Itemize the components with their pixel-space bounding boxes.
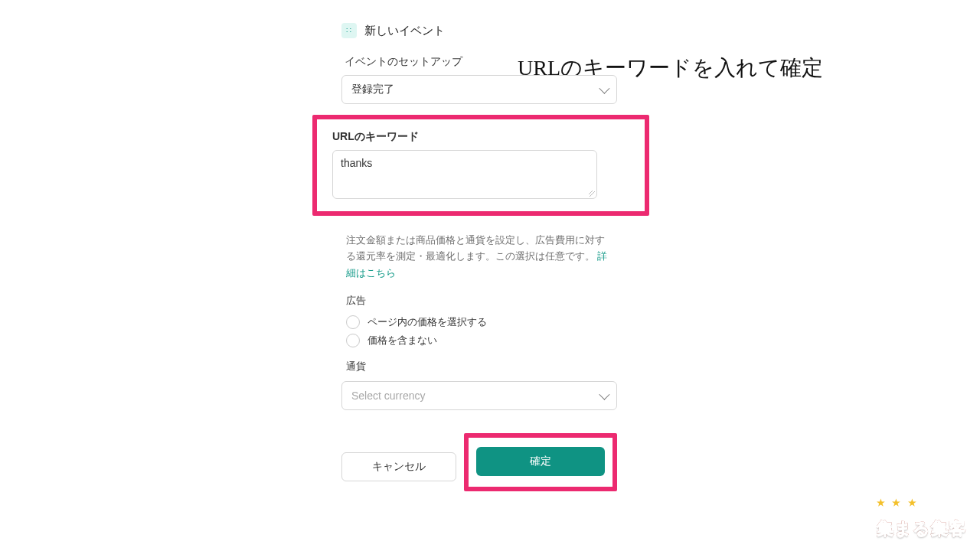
radio-label: ページ内の価格を選択する	[368, 315, 487, 329]
confirm-button[interactable]: 確定	[476, 447, 605, 476]
chevron-down-icon	[599, 83, 609, 94]
pricing-hint: 注文金額または商品価格と通貨を設定し、広告費用に対する還元率を測定・最適化します…	[346, 233, 612, 282]
event-setup-select[interactable]: 登録完了	[341, 75, 617, 104]
new-event-title: 新しいイベント	[364, 24, 445, 38]
currency-label: 通貨	[346, 360, 612, 373]
watermark-logo: ★ ★ ★ 集まる集客	[877, 497, 966, 540]
radio-icon	[346, 334, 360, 347]
currency-select[interactable]: Select currency	[341, 381, 617, 410]
radio-label: 価格を含まない	[368, 334, 437, 347]
chevron-down-icon	[599, 389, 609, 399]
ad-group-label: 広告	[346, 294, 612, 308]
radio-option-no-price[interactable]: 価格を含まない	[346, 334, 612, 347]
currency-placeholder: Select currency	[351, 390, 425, 402]
panel-header: ∷ 新しいイベント	[341, 23, 617, 38]
radio-option-page-price[interactable]: ページ内の価格を選択する	[346, 315, 612, 329]
event-setup-label: イベントのセットアップ	[345, 55, 614, 69]
radio-icon	[346, 315, 360, 329]
cancel-button[interactable]: キャンセル	[341, 452, 456, 481]
url-keyword-label: URLのキーワード	[332, 130, 626, 144]
url-keyword-highlight: URLのキーワード thanks	[312, 115, 649, 216]
pricing-hint-text: 注文金額または商品価格と通貨を設定し、広告費用に対する還元率を測定・最適化します…	[346, 235, 605, 262]
confirm-highlight: 確定	[464, 433, 617, 491]
drag-handle-icon[interactable]: ∷	[341, 23, 357, 38]
event-setup-value: 登録完了	[351, 83, 394, 96]
resize-handle-icon[interactable]	[589, 191, 595, 197]
url-keyword-textarea[interactable]: thanks	[332, 150, 597, 199]
button-row: キャンセル 確定	[341, 442, 617, 491]
event-setup-panel: ∷ 新しいイベント イベントのセットアップ 登録完了 URLのキーワード tha…	[341, 23, 617, 491]
